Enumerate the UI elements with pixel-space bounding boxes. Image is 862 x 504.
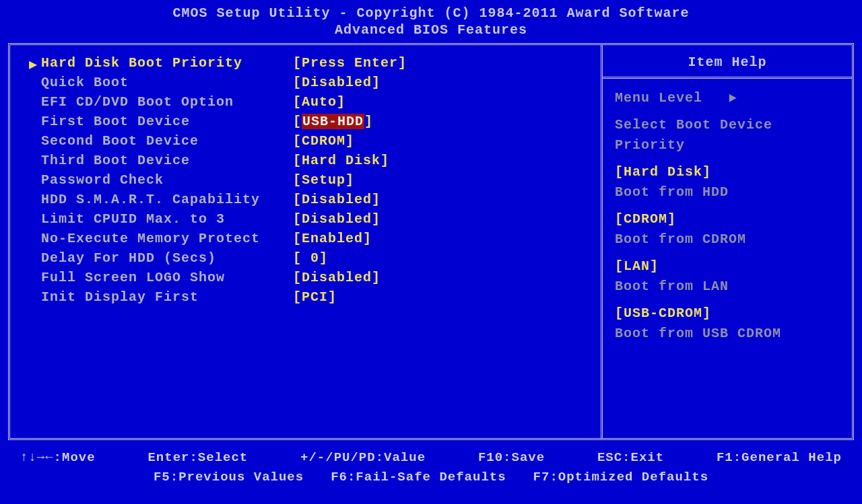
setting-row[interactable]: No-Execute Memory Protect[Enabled] xyxy=(24,229,595,248)
setting-value[interactable]: [Hard Disk] xyxy=(293,151,389,170)
footer-row-2: F5:Previous ValuesF6:Fail-Safe DefaultsF… xyxy=(13,468,849,487)
setting-label: Hard Disk Boot Priority xyxy=(24,53,293,73)
setting-row[interactable]: Limit CPUID Max. to 3[Disabled] xyxy=(24,209,595,229)
setting-label: Second Boot Device xyxy=(24,131,293,151)
setting-row[interactable]: Init Display First[PCI] xyxy=(24,287,595,307)
setting-label: Delay For HDD (Secs) xyxy=(24,248,293,268)
setting-row[interactable]: EFI CD/DVD Boot Option[Auto] xyxy=(24,92,595,112)
setting-label: First Boot Device xyxy=(24,112,293,131)
footer-hint: F5:Previous Values xyxy=(154,468,304,487)
setting-value-highlight: USB-HDD xyxy=(302,114,364,129)
footer-hint: F10:Save xyxy=(478,448,545,468)
footer-hint: F7:Optimized Defaults xyxy=(533,468,708,487)
help-description-2: Priority xyxy=(615,135,840,155)
setting-label: Quick Boot xyxy=(24,73,293,92)
menu-level-arrow-icon: ▶ xyxy=(729,88,737,108)
setting-label: EFI CD/DVD Boot Option xyxy=(24,92,293,112)
setting-row[interactable]: Hard Disk Boot Priority[Press Enter] xyxy=(24,53,595,73)
header-title: CMOS Setup Utility - Copyright (C) 1984-… xyxy=(0,5,862,21)
help-item-desc: Boot from LAN xyxy=(615,277,840,297)
footer-hint: ↑↓→←:Move xyxy=(20,448,96,468)
menu-level-row: Menu Level ▶ xyxy=(615,88,840,108)
footer-row-1: ↑↓→←:MoveEnter:Select+/-/PU/PD:ValueF10:… xyxy=(13,448,849,468)
selection-cursor-icon: ▶ xyxy=(29,56,38,73)
setting-value[interactable]: [ 0] xyxy=(293,248,328,268)
setting-row[interactable]: Second Boot Device[CDROM] xyxy=(24,131,595,151)
help-description-1: Select Boot Device xyxy=(615,115,840,135)
setting-value[interactable]: [Auto] xyxy=(293,92,345,112)
setting-label: No-Execute Memory Protect xyxy=(24,229,293,248)
setting-row[interactable]: HDD S.M.A.R.T. Capability[Disabled] xyxy=(24,190,595,209)
setting-value[interactable]: [Enabled] xyxy=(293,229,372,248)
setting-value[interactable]: [Disabled] xyxy=(293,209,380,229)
setting-row[interactable]: Full Screen LOGO Show[Disabled] xyxy=(24,268,595,287)
footer-hint: F6:Fail-Safe Defaults xyxy=(331,468,506,487)
bios-header: CMOS Setup Utility - Copyright (C) 1984-… xyxy=(0,0,862,40)
setting-value[interactable]: [Setup] xyxy=(293,170,354,190)
setting-label: Password Check xyxy=(24,170,293,190)
setting-label: Full Screen LOGO Show xyxy=(24,268,293,287)
header-subtitle: Advanced BIOS Features xyxy=(0,22,862,38)
help-item-desc: Boot from CDROM xyxy=(615,229,840,250)
footer-hint: ESC:Exit xyxy=(597,448,664,468)
setting-row[interactable]: Password Check[Setup] xyxy=(24,170,595,190)
setting-row[interactable]: Third Boot Device[Hard Disk] xyxy=(24,151,595,170)
setting-label: Limit CPUID Max. to 3 xyxy=(24,209,293,229)
settings-pane: ▶ Hard Disk Boot Priority[Press Enter] Q… xyxy=(10,45,603,438)
setting-value[interactable]: [Disabled] xyxy=(293,190,380,209)
setting-value[interactable]: [Disabled] xyxy=(293,73,380,92)
footer-hints: ↑↓→←:MoveEnter:Select+/-/PU/PD:ValueF10:… xyxy=(0,440,862,487)
setting-label: Third Boot Device xyxy=(24,151,293,170)
help-item-name: [CDROM] xyxy=(615,209,840,229)
setting-label: HDD S.M.A.R.T. Capability xyxy=(24,190,293,209)
setting-row[interactable]: First Boot Device[USB-HDD] xyxy=(24,112,595,131)
bios-main-box: ▶ Hard Disk Boot Priority[Press Enter] Q… xyxy=(8,43,854,440)
setting-value[interactable]: [Disabled] xyxy=(293,268,380,287)
setting-value[interactable]: [PCI] xyxy=(293,287,337,307)
setting-value[interactable]: [CDROM] xyxy=(293,131,354,151)
help-item-name: [LAN] xyxy=(615,256,840,277)
setting-row[interactable]: Quick Boot[Disabled] xyxy=(24,73,595,92)
footer-hint: +/-/PU/PD:Value xyxy=(300,448,426,468)
footer-hint: Enter:Select xyxy=(147,448,248,468)
setting-row[interactable]: Delay For HDD (Secs)[ 0] xyxy=(24,248,595,268)
setting-value[interactable]: [Press Enter] xyxy=(293,53,407,73)
help-item-desc: Boot from USB CDROM xyxy=(615,324,840,344)
setting-value[interactable]: [USB-HDD] xyxy=(293,112,373,131)
help-title: Item Help xyxy=(603,45,852,79)
help-item-name: [USB-CDROM] xyxy=(615,303,840,324)
help-item-desc: Boot from HDD xyxy=(615,182,840,203)
help-pane: Item Help Menu Level ▶ Select Boot Devic… xyxy=(603,45,852,438)
footer-hint: F1:General Help xyxy=(717,448,842,468)
setting-label: Init Display First xyxy=(24,287,293,307)
help-item-name: [Hard Disk] xyxy=(615,162,840,182)
help-body: Menu Level ▶ Select Boot Device Priority… xyxy=(603,79,852,360)
